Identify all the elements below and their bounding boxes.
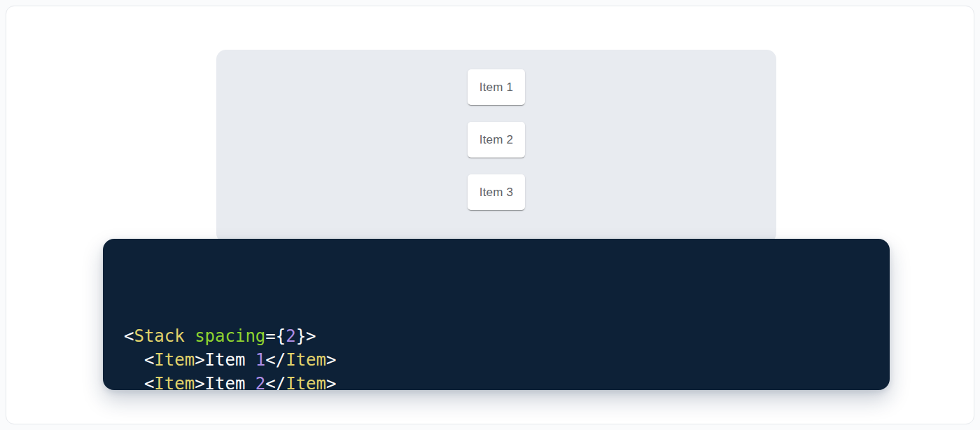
code-token bbox=[185, 326, 195, 346]
code-token: spacing bbox=[195, 326, 265, 346]
code-block: <Stack spacing={2}> <Item>Item 1</Item> … bbox=[103, 239, 890, 390]
code-line: <Stack spacing={2}> bbox=[124, 325, 869, 349]
code-token: </ bbox=[265, 374, 286, 390]
stack-item-label: Item 2 bbox=[479, 133, 513, 147]
code-token: ={ bbox=[265, 326, 286, 346]
stack-item-label: Item 3 bbox=[479, 186, 513, 200]
code-line: <Item>Item 2</Item> bbox=[124, 373, 869, 390]
code-content: <Stack spacing={2}> <Item>Item 1</Item> … bbox=[124, 254, 869, 390]
code-token bbox=[124, 374, 144, 390]
code-line: <Item>Item 1</Item> bbox=[124, 349, 869, 373]
code-token: Item bbox=[205, 350, 255, 370]
code-token: Item bbox=[154, 374, 195, 390]
code-token: < bbox=[124, 326, 134, 346]
code-token: 2 bbox=[255, 374, 265, 390]
page: { "demo": { "items": [ { "label": "Item … bbox=[0, 0, 980, 430]
code-token: > bbox=[195, 350, 204, 370]
code-token: Item bbox=[286, 350, 326, 370]
stack-item: Item 2 bbox=[468, 122, 525, 158]
code-token: 2 bbox=[286, 326, 295, 346]
code-token: > bbox=[326, 374, 336, 390]
code-token: < bbox=[144, 374, 154, 390]
code-token: Stack bbox=[134, 326, 184, 346]
code-token: < bbox=[144, 350, 154, 370]
stack-item: Item 1 bbox=[468, 69, 525, 105]
demo-preview-panel: Item 1Item 2Item 3 bbox=[216, 50, 776, 243]
code-token: Item bbox=[154, 350, 195, 370]
stack-container: Item 1Item 2Item 3 bbox=[216, 50, 776, 210]
code-token bbox=[124, 350, 144, 370]
code-token: }> bbox=[296, 326, 316, 346]
code-token: > bbox=[195, 374, 204, 390]
stack-item: Item 3 bbox=[468, 174, 525, 210]
content-card: Item 1Item 2Item 3 <Stack spacing={2}> <… bbox=[6, 6, 974, 424]
code-token: Item bbox=[286, 374, 326, 390]
code-token: Item bbox=[205, 374, 255, 390]
code-token: 1 bbox=[255, 350, 265, 370]
stack-item-label: Item 1 bbox=[479, 81, 513, 95]
code-token: > bbox=[326, 350, 336, 370]
code-token: </ bbox=[265, 350, 286, 370]
